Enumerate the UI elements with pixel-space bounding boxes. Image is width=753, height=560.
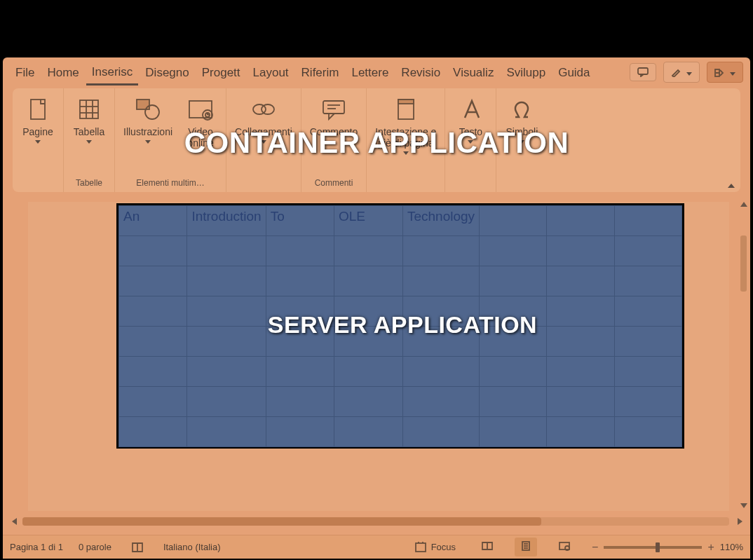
cell[interactable] <box>402 417 479 447</box>
tab-sviluppo[interactable]: Svilupp <box>501 60 551 84</box>
cell[interactable] <box>119 357 187 387</box>
cell[interactable] <box>614 327 681 357</box>
web-layout-button[interactable] <box>552 538 576 556</box>
embedded-ole-object[interactable]: AnIntroductionToOLETechnology <box>116 203 684 449</box>
cell[interactable] <box>480 266 547 296</box>
comments-button[interactable] <box>630 63 656 81</box>
cell[interactable] <box>334 296 402 327</box>
spellcheck-button[interactable] <box>127 539 148 556</box>
tab-file[interactable]: File <box>10 60 40 84</box>
cell[interactable] <box>402 266 479 296</box>
cell[interactable] <box>480 206 547 236</box>
cell[interactable]: An <box>119 206 187 236</box>
cell[interactable] <box>119 417 187 447</box>
tab-progettazione[interactable]: Progett <box>196 60 246 84</box>
cell[interactable] <box>266 266 334 296</box>
cell[interactable] <box>402 236 479 266</box>
cell[interactable]: Technology <box>402 206 479 236</box>
cell[interactable] <box>187 357 266 387</box>
commento-button[interactable]: Commento <box>306 93 362 140</box>
tab-guida[interactable]: Guida <box>552 60 595 84</box>
cell[interactable] <box>480 296 547 327</box>
simboli-button[interactable]: Simboli <box>501 93 543 146</box>
scroll-left-arrow[interactable] <box>10 518 17 525</box>
zoom-in-button[interactable]: + <box>707 541 714 554</box>
cell[interactable] <box>614 387 681 417</box>
cell[interactable] <box>119 387 187 417</box>
video-online-button[interactable]: Video online <box>179 93 222 151</box>
share-button[interactable] <box>707 62 743 83</box>
cell[interactable] <box>480 387 547 417</box>
cell[interactable] <box>119 296 187 327</box>
cell[interactable] <box>334 327 402 357</box>
ribbon-collapse-button[interactable] <box>728 184 735 188</box>
cell[interactable] <box>547 266 614 296</box>
testo-button[interactable]: Testo <box>449 93 491 146</box>
cell[interactable] <box>480 357 547 387</box>
tab-inserisci[interactable]: Inserisc <box>86 60 139 86</box>
tab-revisione[interactable]: Revisio <box>395 60 446 84</box>
collegamenti-button[interactable]: Collegamenti <box>231 93 297 146</box>
focus-mode-button[interactable]: Focus <box>410 539 460 556</box>
cell[interactable] <box>614 417 681 447</box>
cell[interactable] <box>614 206 681 236</box>
cell[interactable] <box>334 417 402 447</box>
cell[interactable] <box>187 387 266 417</box>
cell[interactable] <box>119 266 187 296</box>
cell[interactable] <box>547 236 614 266</box>
tab-home[interactable]: Home <box>41 60 84 84</box>
cell[interactable] <box>187 417 266 447</box>
cell[interactable] <box>334 357 402 387</box>
cell[interactable] <box>480 327 547 357</box>
tab-visualizza[interactable]: Visualiz <box>447 60 499 84</box>
cell[interactable] <box>187 327 266 357</box>
cell[interactable] <box>187 296 266 327</box>
cell[interactable]: Introduction <box>187 206 266 236</box>
cell[interactable] <box>547 357 614 387</box>
zoom-slider[interactable] <box>604 546 702 549</box>
cell[interactable] <box>614 266 681 296</box>
cell[interactable] <box>266 387 334 417</box>
cell[interactable] <box>334 236 402 266</box>
tabella-button[interactable]: Tabella <box>68 93 110 146</box>
cell[interactable]: To <box>266 206 334 236</box>
cell[interactable] <box>334 387 402 417</box>
cell[interactable]: OLE <box>334 206 402 236</box>
illustrazioni-button[interactable]: Illustrazioni <box>119 93 177 146</box>
cell[interactable] <box>547 296 614 327</box>
cell[interactable] <box>547 327 614 357</box>
cell[interactable] <box>614 357 681 387</box>
cell[interactable] <box>614 236 681 266</box>
cell[interactable] <box>547 206 614 236</box>
cell[interactable] <box>402 357 479 387</box>
horizontal-scroll-thumb[interactable] <box>22 517 541 526</box>
cell[interactable] <box>187 236 266 266</box>
zoom-out-button[interactable]: − <box>592 541 598 554</box>
tab-disegno[interactable]: Disegno <box>140 60 194 84</box>
scroll-up-arrow[interactable] <box>740 202 747 209</box>
cell[interactable] <box>266 357 334 387</box>
read-mode-button[interactable] <box>475 538 499 556</box>
cell[interactable] <box>402 327 479 357</box>
cell[interactable] <box>402 387 479 417</box>
document-page[interactable]: AnIntroductionToOLETechnology <box>28 202 729 511</box>
scroll-right-arrow[interactable] <box>738 518 745 525</box>
intestazione-button[interactable]: Intestazione e piè di pagina <box>371 93 440 158</box>
scroll-down-arrow[interactable] <box>740 503 747 510</box>
cell[interactable] <box>266 296 334 327</box>
vertical-scrollbar[interactable] <box>739 202 749 510</box>
editing-mode-button[interactable] <box>663 62 700 83</box>
cell[interactable] <box>266 236 334 266</box>
cell[interactable] <box>119 236 187 266</box>
tab-riferimenti[interactable]: Riferim <box>296 60 345 84</box>
zoom-value[interactable]: 110% <box>720 542 743 552</box>
cell[interactable] <box>547 387 614 417</box>
language-indicator[interactable]: Italiano (Italia) <box>163 542 221 552</box>
tab-lettere[interactable]: Lettere <box>346 60 394 84</box>
cell[interactable] <box>614 296 681 327</box>
cell[interactable] <box>266 417 334 447</box>
word-count[interactable]: 0 parole <box>79 542 111 552</box>
cell[interactable] <box>119 327 187 357</box>
cell[interactable] <box>266 327 334 357</box>
horizontal-scrollbar[interactable] <box>10 517 729 526</box>
